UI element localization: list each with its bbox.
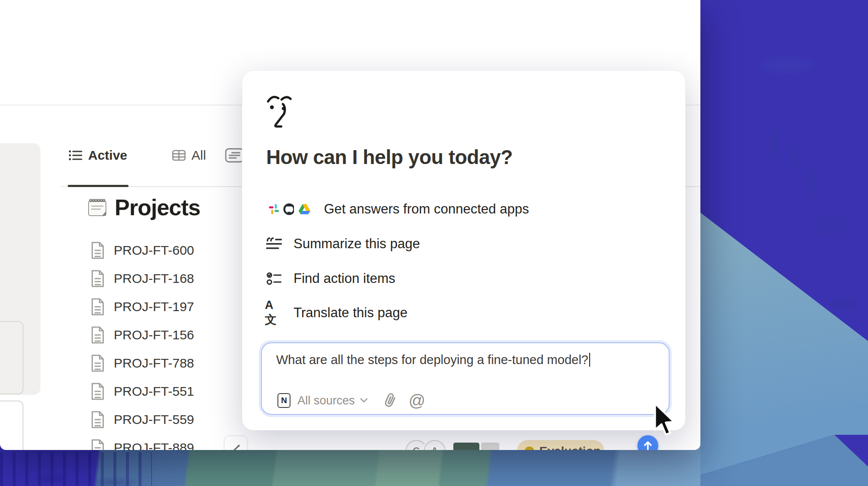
tab-active-label: Active xyxy=(88,148,127,163)
mouse-cursor xyxy=(652,403,677,437)
menu-item-translate[interactable]: A文 Translate this page xyxy=(265,302,408,323)
notepad-icon xyxy=(87,197,108,218)
board-card-placeholder xyxy=(0,321,23,394)
menu-item-label: Find action items xyxy=(294,271,395,286)
document-icon xyxy=(90,326,105,344)
document-icon xyxy=(90,354,105,372)
summarize-icon xyxy=(266,237,282,251)
connected-apps-icons xyxy=(265,200,314,218)
avatar-initial: G xyxy=(413,445,420,450)
tab-all-label: All xyxy=(191,148,206,163)
edit-button[interactable] xyxy=(224,436,248,450)
text-caret xyxy=(589,353,591,367)
notion-window: Active All xyxy=(0,0,700,450)
document-icon xyxy=(90,241,105,259)
tag-dot-icon xyxy=(525,447,534,450)
project-row[interactable]: PROJ-FT-559 xyxy=(90,410,194,430)
project-link[interactable]: PROJ-FT-551 xyxy=(114,384,194,399)
at-icon[interactable]: @ xyxy=(409,391,426,410)
project-link[interactable]: PROJ-FT-168 xyxy=(114,271,194,286)
menu-item-label: Summarize this page xyxy=(294,236,420,252)
document-icon xyxy=(90,439,105,450)
document-icon xyxy=(90,382,105,401)
menu-item-label: Get answers from connected apps xyxy=(324,201,529,217)
project-link[interactable]: PROJ-FT-889 xyxy=(114,440,194,450)
notion-logo-icon: N xyxy=(277,393,290,408)
active-tab-underline xyxy=(68,185,129,187)
dialog-heading: How can I help you today? xyxy=(266,145,513,169)
project-row[interactable]: PROJ-FT-168 xyxy=(90,269,194,289)
project-link[interactable]: PROJ-FT-197 xyxy=(114,299,194,314)
send-button[interactable] xyxy=(637,435,658,450)
chevron-down-icon[interactable] xyxy=(360,398,368,403)
input-toolbar: N All sources @ xyxy=(262,388,669,413)
project-link[interactable]: PROJ-FT-156 xyxy=(114,328,194,342)
menu-item-connected-apps[interactable]: Get answers from connected apps xyxy=(265,199,529,220)
menu-item-label: Translate this page xyxy=(294,305,408,321)
google-drive-icon xyxy=(295,200,314,218)
paperclip-icon[interactable] xyxy=(383,392,397,409)
project-row[interactable]: PROJ-FT-600 xyxy=(90,240,194,260)
tab-active[interactable]: Active xyxy=(69,147,127,164)
sources-dropdown[interactable]: All sources xyxy=(297,394,355,407)
notion-ai-dialog: How can I help you today? xyxy=(242,70,686,430)
document-icon xyxy=(90,269,105,288)
projects-heading: Projects xyxy=(87,194,200,220)
document-icon xyxy=(90,298,105,316)
ai-prompt-input[interactable]: What are all the steps for deploying a f… xyxy=(261,342,670,415)
evaluation-tag-label: Evaluation xyxy=(539,444,601,450)
project-row[interactable]: PROJ-FT-551 xyxy=(90,381,194,401)
table-view-icon xyxy=(172,149,186,161)
menu-item-find-action-items[interactable]: Find action items xyxy=(265,268,395,289)
project-row[interactable]: PROJ-FT-788 xyxy=(90,353,194,373)
gray-swatch xyxy=(481,443,499,450)
wallpaper-brush-texture xyxy=(0,452,152,486)
action-items-icon xyxy=(267,271,281,286)
green-swatch xyxy=(453,443,479,450)
avatar[interactable]: A xyxy=(424,440,446,450)
project-link[interactable]: PROJ-FT-559 xyxy=(114,412,194,427)
list-view-icon xyxy=(69,149,83,161)
tab-feed[interactable] xyxy=(225,147,244,164)
project-link[interactable]: PROJ-FT-600 xyxy=(114,243,194,258)
tab-all[interactable]: All xyxy=(172,147,206,164)
send-arrow-icon xyxy=(642,440,653,450)
prompt-text[interactable]: What are all the steps for deploying a f… xyxy=(276,353,590,367)
project-row[interactable]: PROJ-FT-197 xyxy=(90,297,194,317)
project-link[interactable]: PROJ-FT-788 xyxy=(114,356,194,371)
project-row[interactable]: PROJ-FT-156 xyxy=(90,325,194,345)
notion-ai-face-icon xyxy=(267,95,293,130)
wallpaper-right-column xyxy=(700,0,868,486)
side-board-panel xyxy=(0,143,40,395)
page-title: Projects xyxy=(115,194,200,220)
menu-item-summarize[interactable]: Summarize this page xyxy=(265,233,420,254)
project-row[interactable]: PROJ-FT-889 xyxy=(90,438,194,450)
avatar-initial: A xyxy=(431,445,438,450)
document-icon xyxy=(90,410,105,429)
feed-view-icon xyxy=(225,148,244,163)
board-card-placeholder xyxy=(0,401,23,450)
evaluation-tag[interactable]: Evaluation xyxy=(517,440,604,450)
translate-icon: A文 xyxy=(265,299,283,328)
pencil-icon xyxy=(230,443,241,450)
